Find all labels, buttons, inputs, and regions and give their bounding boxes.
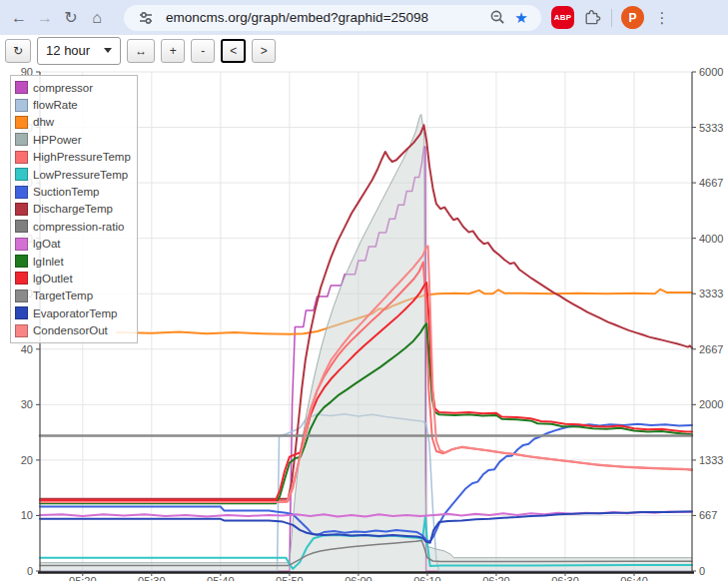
legend-label-lgOutlet: lgOutlet: [33, 273, 73, 285]
x-axis-label: 05:50: [276, 575, 304, 581]
right-axis-label: 2667: [699, 343, 723, 355]
toolbar-divider: [611, 9, 612, 27]
legend-item-HPPower: HPPower: [15, 131, 131, 148]
legend-label-LowPressureTemp: LowPressureTemp: [33, 169, 128, 181]
legend-label-TargetTemp: TargetTemp: [33, 290, 93, 301]
extensions-puzzle-icon[interactable]: [583, 8, 602, 27]
legend-swatch-LowPressureTemp: [15, 168, 28, 181]
interval-select-value: 12 hour: [46, 43, 90, 58]
browser-toolbar: ← → ↻ ⌂ emoncms.org/graph/embed?graphid=…: [0, 0, 728, 35]
left-axis-label: 10: [21, 509, 33, 521]
x-axis-label: 06:20: [482, 575, 510, 581]
legend-label-HighPressureTemp: HighPressureTemp: [33, 151, 131, 163]
legend-item-compression-ratio: compression-ratio: [15, 218, 131, 235]
legend-label-lgInlet: lgInlet: [33, 256, 64, 268]
legend-label-CondensorOut: CondensorOut: [33, 324, 108, 336]
legend-label-lgOat: lgOat: [33, 238, 61, 250]
reload-icon[interactable]: ↻: [58, 5, 84, 31]
legend-swatch-SuctionTemp: [15, 186, 28, 199]
legend-swatch-EvaporatorTemp: [15, 306, 28, 319]
legend-item-flowRate: flowRate: [15, 96, 131, 113]
left-axis-label: 0: [27, 565, 33, 577]
legend-item-lgOat: lgOat: [15, 236, 131, 253]
legend-swatch-lgOutlet: [15, 272, 28, 285]
zoom-out-button[interactable]: -: [191, 39, 215, 63]
back-icon[interactable]: ←: [6, 5, 32, 31]
legend-item-LowPressureTemp: LowPressureTemp: [15, 166, 131, 183]
legend-swatch-lgOat: [15, 238, 28, 251]
right-axis-label: 6000: [699, 66, 723, 78]
right-axis-label: 1333: [699, 454, 723, 466]
legend-label-SuctionTemp: SuctionTemp: [33, 186, 99, 198]
right-axis-label: 3333: [699, 288, 723, 299]
left-axis-label: 30: [21, 398, 33, 410]
zoom-level-icon[interactable]: [485, 6, 509, 30]
site-settings-icon[interactable]: [134, 6, 158, 30]
legend-label-dhw: dhw: [33, 116, 54, 128]
forward-icon[interactable]: →: [32, 5, 58, 31]
legend-swatch-dhw: [15, 116, 28, 129]
left-axis-label: 20: [21, 454, 33, 466]
x-axis-label: 05:40: [207, 575, 235, 581]
pan-right-button[interactable]: >: [252, 39, 276, 63]
home-icon[interactable]: ⌂: [84, 5, 110, 31]
right-axis-label: 2000: [699, 398, 723, 410]
legend-swatch-flowRate: [15, 99, 28, 112]
adblock-extension-icon[interactable]: ABP: [551, 6, 574, 29]
profile-avatar[interactable]: P: [621, 6, 644, 29]
chart-legend: compressorflowRatedhwHPPowerHighPressure…: [10, 75, 138, 343]
chevron-down-icon: [104, 48, 112, 53]
browser-menu-icon[interactable]: ⋮: [653, 9, 671, 27]
legend-swatch-DischargeTemp: [15, 203, 28, 216]
pan-left-button[interactable]: <: [221, 39, 246, 63]
x-axis-label: 05:30: [138, 575, 166, 581]
legend-item-TargetTemp: TargetTemp: [15, 288, 131, 304]
legend-swatch-TargetTemp: [15, 290, 28, 302]
legend-label-flowRate: flowRate: [33, 99, 78, 111]
zoom-in-button[interactable]: +: [161, 39, 185, 63]
url-text[interactable]: emoncms.org/graph/embed?graphid=25098: [166, 10, 485, 25]
graph-reload-button[interactable]: ↻: [5, 39, 31, 63]
right-axis-label: 0: [699, 565, 705, 577]
legend-label-DischargeTemp: DischargeTemp: [33, 203, 113, 215]
legend-swatch-HPPower: [15, 133, 28, 146]
legend-swatch-CondensorOut: [15, 324, 28, 337]
legend-swatch-compression-ratio: [15, 220, 28, 233]
right-axis-label: 4000: [699, 233, 723, 245]
legend-item-lgOutlet: lgOutlet: [15, 270, 131, 287]
legend-swatch-lgInlet: [15, 255, 28, 268]
chart-area[interactable]: 0102030405060708090066713332000266733334…: [0, 66, 728, 581]
legend-item-HighPressureTemp: HighPressureTemp: [15, 149, 131, 166]
x-axis-label: 06:40: [620, 575, 648, 581]
graph-toolbar: ↻ 12 hour ↔ + - < >: [0, 35, 728, 66]
legend-label-compressor: compressor: [33, 82, 93, 94]
legend-item-lgInlet: lgInlet: [15, 253, 131, 270]
legend-item-dhw: dhw: [15, 114, 131, 131]
legend-item-SuctionTemp: SuctionTemp: [15, 183, 131, 200]
x-axis-label: 06:00: [345, 575, 372, 581]
left-axis-label: 40: [21, 343, 33, 355]
fit-window-button[interactable]: ↔: [127, 39, 155, 63]
right-axis-label: 667: [699, 509, 717, 521]
legend-label-HPPower: HPPower: [33, 134, 82, 146]
legend-label-compression-ratio: compression-ratio: [33, 221, 124, 233]
legend-item-CondensorOut: CondensorOut: [15, 321, 131, 338]
right-axis-label: 4667: [699, 177, 723, 189]
right-axis-label: 5333: [699, 122, 723, 134]
legend-swatch-HighPressureTemp: [15, 151, 28, 164]
url-bar[interactable]: emoncms.org/graph/embed?graphid=25098 ★: [124, 5, 541, 31]
x-axis-label: 06:30: [551, 575, 579, 581]
x-axis-label: 05:20: [69, 575, 97, 581]
x-axis-label: 06:10: [413, 575, 441, 581]
legend-item-compressor: compressor: [15, 79, 131, 96]
legend-item-EvaporatorTemp: EvaporatorTemp: [15, 304, 131, 321]
legend-item-DischargeTemp: DischargeTemp: [15, 201, 131, 218]
legend-swatch-compressor: [15, 81, 28, 94]
browser-actions: ABP P ⋮: [551, 6, 671, 29]
bookmark-star-icon[interactable]: ★: [509, 6, 533, 30]
interval-select[interactable]: 12 hour: [37, 37, 121, 65]
legend-label-EvaporatorTemp: EvaporatorTemp: [33, 307, 117, 319]
